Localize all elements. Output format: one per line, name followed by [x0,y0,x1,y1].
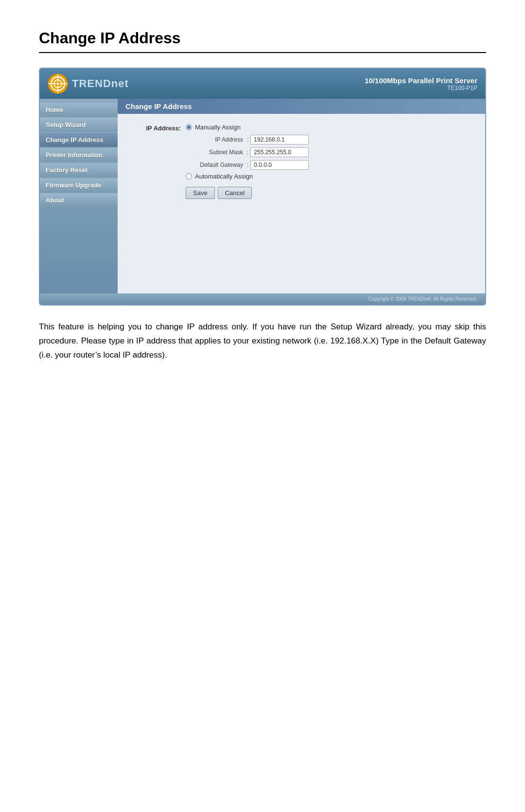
automatically-assign-radio[interactable] [186,173,192,180]
sidebar: Home Setup Wizard Change IP Address Prin… [40,99,118,293]
subnet-mask-field-label: Subnet Mask [193,149,247,156]
ip-address-label: IP Address: [127,124,186,132]
product-title: 10/100Mbps Parallel Print Server [365,76,477,85]
ip-separator: : [247,136,248,143]
logo-text: TRENDnet [72,77,129,90]
gateway-separator: : [247,162,248,168]
content-section-title: Change IP Address [118,99,485,114]
device-header: TRENDnet 10/100Mbps Parallel Print Serve… [40,69,485,99]
device-frame: TRENDnet 10/100Mbps Parallel Print Serve… [39,68,486,306]
manually-assign-label[interactable]: Manually Assign [195,124,241,131]
sidebar-item-firmware-upgrade[interactable]: Firmware Upgrade [40,178,118,192]
cancel-button[interactable]: Cancel [218,187,252,199]
trendnet-logo-icon [48,73,68,94]
subnet-mask-input[interactable] [250,147,309,157]
device-footer: Copyright © 2008 TRENDnet. All Rights Re… [40,293,485,305]
sidebar-item-change-ip[interactable]: Change IP Address [40,133,118,147]
default-gateway-field-row: Default Gateway : [193,160,475,170]
automatically-assign-label[interactable]: Automatically Assign [195,173,253,180]
form-button-row: Save Cancel [186,187,475,199]
subnet-separator: : [247,149,248,156]
sidebar-item-printer-info[interactable]: Printer Information [40,148,118,162]
product-model: TE100-P1P [365,85,477,91]
ip-address-field-row: IP Address : [193,135,475,144]
default-gateway-input[interactable] [250,160,309,170]
logo-trend: TREND [72,77,111,90]
default-gateway-field-label: Default Gateway [193,162,247,168]
sidebar-item-home[interactable]: Home [40,103,118,117]
subnet-mask-field-row: Subnet Mask : [193,147,475,157]
ip-address-input[interactable] [250,135,309,144]
manually-assign-option: Manually Assign [186,124,475,131]
ip-address-form-content: Manually Assign IP Address : Subnet Mask [186,124,475,199]
description-text: This feature is helping you to change IP… [39,320,486,362]
logo-area: TRENDnet [48,73,129,94]
save-button[interactable]: Save [186,187,215,199]
device-body: Home Setup Wizard Change IP Address Prin… [40,99,485,293]
automatically-assign-option: Automatically Assign [186,173,475,180]
ip-address-field-label: IP Address [193,136,247,143]
ip-address-form-row: IP Address: Manually Assign IP Address : [127,124,475,199]
page-title: Change IP Address [39,29,486,53]
manually-assign-radio[interactable] [186,124,192,130]
sidebar-item-setup-wizard[interactable]: Setup Wizard [40,118,118,132]
content-inner: IP Address: Manually Assign IP Address : [118,122,485,213]
header-right: 10/100Mbps Parallel Print Server TE100-P… [365,76,477,91]
sidebar-item-factory-reset[interactable]: Factory Reset [40,163,118,177]
main-content: Change IP Address IP Address: Manually A… [118,99,485,293]
sidebar-item-about[interactable]: About [40,193,118,207]
ip-fields-group: IP Address : Subnet Mask : Default Gatew… [193,135,475,170]
logo-net: net [111,77,129,90]
copyright-text: Copyright © 2008 TRENDnet. All Rights Re… [368,296,477,302]
